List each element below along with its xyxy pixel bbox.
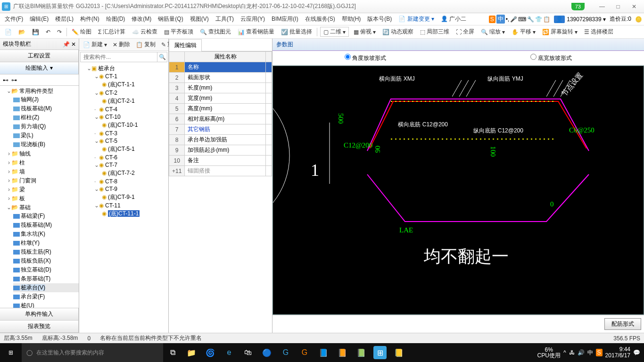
expand-icon[interactable]: ⊷ xyxy=(3,77,8,83)
menu-file[interactable]: 文件(F) xyxy=(2,14,26,25)
save-icon[interactable]: 💾 xyxy=(30,28,41,36)
user-short[interactable]: 👤 广小二 xyxy=(438,14,469,25)
property-table[interactable]: 属性名称 1名称2截面形状3长度(mm)4宽度(mm)5高度(mm)6相对底标高… xyxy=(169,51,272,333)
maximize-icon[interactable]: □ xyxy=(610,2,626,11)
task-store-icon[interactable]: 🛍 xyxy=(241,346,255,359)
taskbar-search[interactable]: ◯ 在这里输入你要搜索的内容 xyxy=(22,343,163,362)
menu-rebar[interactable]: 钢筋量(Q) xyxy=(155,14,186,25)
task-app-7[interactable]: 📙 xyxy=(336,346,349,359)
tab-project-settings[interactable]: 工程设置 xyxy=(0,49,79,62)
open-file-icon[interactable]: 📂 xyxy=(17,28,27,36)
tab-report-preview[interactable]: 报表预览 xyxy=(0,320,79,333)
task-app-9[interactable]: 📒 xyxy=(392,346,405,359)
sum-button[interactable]: Σ 汇总计算 xyxy=(96,27,127,37)
copy-button[interactable]: 📋复制 xyxy=(134,40,157,49)
menu-cloud[interactable]: 云应用(Y) xyxy=(238,14,268,25)
component-tree[interactable]: ⌄▣桩承台 ⌄◉CT-1◉(底)CT-1-1⌄◉CT-2◉(底)CT-2-1·◉… xyxy=(79,63,168,333)
find-button[interactable]: 🔍查找图元 xyxy=(198,27,233,37)
task-app-5[interactable]: G xyxy=(298,346,311,359)
property-panel: 属性编辑 属性名称 1名称2截面形状3长度(mm)4宽度(mm)5高度(mm)6… xyxy=(169,39,272,333)
menu-component[interactable]: 构件(N) xyxy=(77,14,102,25)
label-hxmj: 横向面筋 XMJ xyxy=(379,74,415,83)
tray-notifications-icon[interactable]: 💬 xyxy=(633,349,640,356)
menu-bim[interactable]: BIM应用(I) xyxy=(269,14,301,25)
dim-100: 100 xyxy=(489,146,497,157)
dynamic-button[interactable]: 🔄动态观察 xyxy=(380,27,415,37)
phone-label[interactable]: 👤13907298339 ▾ xyxy=(554,16,606,23)
search-icon[interactable]: 🔍 xyxy=(157,52,167,62)
draw-button[interactable]: ✏️绘图 xyxy=(70,27,93,37)
batch-button[interactable]: ☑️批量选择 xyxy=(279,27,314,37)
menu-edit[interactable]: 编辑(E) xyxy=(27,14,51,25)
cloud-check-button[interactable]: ☁️云检查 xyxy=(130,27,159,37)
delete-button[interactable]: ✕删除 xyxy=(111,40,132,49)
task-app-8[interactable]: 📗 xyxy=(355,346,368,359)
radio-width[interactable]: 底宽放坡形式 xyxy=(458,54,644,62)
ime-bar[interactable]: S 中 •,🎤⌨🔧👕📋 xyxy=(489,15,551,24)
new-change-button[interactable]: 📄 新建变更 ▾ xyxy=(396,14,437,25)
tray-net-icon[interactable]: 🖧 xyxy=(569,349,575,356)
fullscreen-button[interactable]: ⛶ 全屏 xyxy=(454,27,476,37)
redo-icon[interactable]: ↷ xyxy=(55,28,64,36)
badge-73[interactable]: 73 xyxy=(571,3,585,10)
label-c6: C6@250 xyxy=(569,126,594,134)
component-tree-panel: 📄新建▾ ✕删除 📋复制 ✎重命名 楼层 基础层▾ ⇅排序▾ ▼ 🔍 ⌄▣桩承台… xyxy=(79,39,169,333)
close-icon[interactable]: ✕ xyxy=(626,2,642,11)
start-button[interactable]: ⊞ xyxy=(0,343,22,362)
tray-vol-icon[interactable]: 🔊 xyxy=(578,349,585,356)
label-zxdj: 纵向底筋 C12@200 xyxy=(473,126,523,135)
menu-bar: 文件(F) 编辑(E) 楼层(L) 构件(N) 绘图(D) 修改(M) 钢筋量(… xyxy=(0,13,644,25)
minimize-icon[interactable]: — xyxy=(594,2,610,11)
dim-500: 500 xyxy=(337,113,345,124)
menu-modify[interactable]: 修改(M) xyxy=(129,14,154,25)
tray-clock[interactable]: 9:442017/6/17 xyxy=(605,346,630,359)
search-input[interactable] xyxy=(81,52,157,62)
task-edge-icon[interactable]: e xyxy=(223,346,236,359)
coin-label[interactable]: 造价豆:0 xyxy=(610,15,631,23)
menu-online[interactable]: 在线服务(S) xyxy=(302,14,338,25)
task-app-2[interactable]: 🌀 xyxy=(204,346,217,359)
task-app-3[interactable]: 🔵 xyxy=(260,346,273,359)
task-app-6[interactable]: 📘 xyxy=(317,346,330,359)
tab-single-input[interactable]: 单构件输入 xyxy=(0,308,79,321)
pan-button[interactable]: ✋平移 ▾ xyxy=(510,27,537,37)
menu-help[interactable]: 帮助(H) xyxy=(339,14,364,25)
bird-button[interactable]: ▦ 俯视 ▾ xyxy=(352,27,378,37)
main-area: 模块导航栏 📌 ✕ 工程设置 绘图输入 ▾ ⊷ ⊶ ⌄📂常用构件类型 轴网(J)… xyxy=(0,39,644,333)
tray-sogou[interactable]: S xyxy=(596,349,603,356)
dim-select[interactable]: ▢ 二维 ▾ xyxy=(320,27,349,37)
tab-property-edit[interactable]: 属性编辑 xyxy=(169,39,202,51)
task-view-icon[interactable]: ⧉ xyxy=(166,346,179,359)
zoom-button[interactable]: 🔍缩放 ▾ xyxy=(479,27,507,37)
menu-floor[interactable]: 楼层(L) xyxy=(52,14,76,25)
menu-version[interactable]: 版本号(B) xyxy=(364,14,395,25)
new-file-icon[interactable]: 📄 xyxy=(3,28,14,36)
local3d-button[interactable]: ⬚ 局部三维 xyxy=(418,27,451,37)
view-rebar-button[interactable]: 📊查看钢筋量 xyxy=(236,27,276,37)
menu-tools[interactable]: 工具(T) xyxy=(213,14,237,25)
undo-icon[interactable]: ↶ xyxy=(44,28,52,36)
menu-draw[interactable]: 绘图(D) xyxy=(103,14,128,25)
dim-90: 90 xyxy=(374,146,382,153)
status-bar: 层高:3.55m 底标高:-3.58m 0 名称在当前层当前构件类型下不允许重名… xyxy=(0,333,644,343)
collapse-icon[interactable]: ⊶ xyxy=(11,77,17,83)
tray-up-icon[interactable]: ^ xyxy=(563,349,566,356)
category-tree[interactable]: ⌄📂常用构件类型 轴网(J) 筏板基础(M) 框柱(Z) 剪力墙(Q) 梁(L)… xyxy=(0,86,79,308)
tray-ime[interactable]: 中 xyxy=(587,349,593,357)
system-tray[interactable]: 6%CPU使用 ^ 🖧 🔊 中 S 9:442017/6/17 💬 xyxy=(537,346,644,359)
new-button[interactable]: 📄新建▾ xyxy=(81,40,109,49)
menu-view[interactable]: 视图(V) xyxy=(187,14,212,25)
task-app-active[interactable]: ⊞ xyxy=(373,346,387,359)
rotate-button[interactable]: 🔁屏幕旋转 ▾ xyxy=(540,27,579,37)
task-app-4[interactable]: G xyxy=(279,346,292,359)
diagram-canvas[interactable]: 500 C12@200 横向面筋 XMJ 纵向面筋 YMJ 横向底筋 C12@2… xyxy=(272,66,644,315)
task-app-1[interactable]: 📁 xyxy=(185,346,198,359)
radio-angle[interactable]: 角度放坡形式 xyxy=(272,54,458,62)
pin-icon[interactable]: 📌 ✕ xyxy=(63,41,76,48)
select-floor-button[interactable]: ☰ 选择楼层 xyxy=(582,27,615,37)
diagram-panel: 参数图 角度放坡形式 底宽放坡形式 xyxy=(272,39,644,333)
svg-line-7 xyxy=(553,80,563,97)
rebar-form-button[interactable]: 配筋形式 xyxy=(604,318,641,330)
tab-draw-input[interactable]: 绘图输入 ▾ xyxy=(0,62,79,74)
flat-button[interactable]: ▤ 平齐板顶 xyxy=(162,27,195,37)
